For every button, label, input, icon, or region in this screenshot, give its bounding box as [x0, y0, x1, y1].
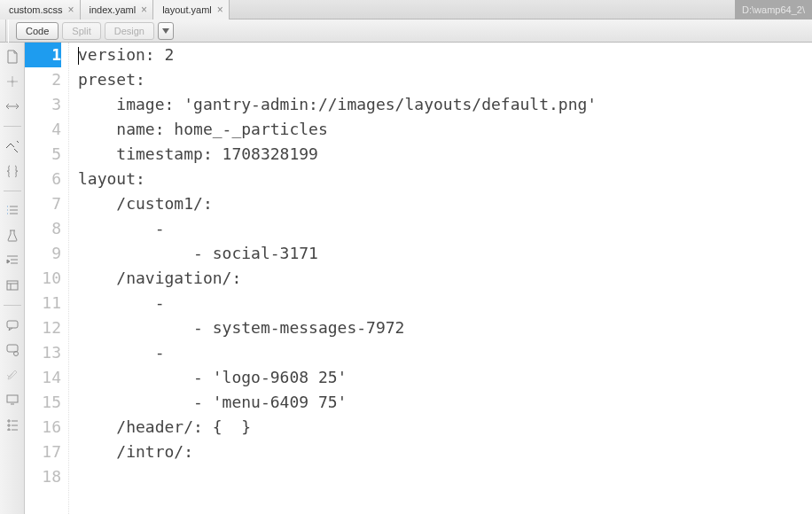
- list-icon[interactable]: [5, 204, 20, 218]
- line-number: 10: [25, 266, 61, 291]
- rail-separator: [4, 305, 21, 306]
- code-line[interactable]: /navigation/:: [78, 266, 812, 291]
- code-line[interactable]: /intro/:: [78, 440, 812, 464]
- svg-rect-1: [7, 281, 18, 290]
- code-editor[interactable]: 123456789101112131415161718 version: 2pr…: [25, 43, 812, 514]
- code-line[interactable]: - 'logo-9608 25': [78, 365, 812, 390]
- close-icon[interactable]: ×: [217, 4, 223, 15]
- text-cursor: [78, 47, 79, 65]
- tab-bar: custom.scss × index.yaml × layout.yaml ×…: [0, 0, 812, 19]
- close-icon[interactable]: ×: [68, 4, 74, 15]
- line-number: 1: [25, 43, 61, 67]
- code-line[interactable]: preset:: [78, 67, 812, 92]
- view-toolbar: Code Split Design: [0, 19, 812, 43]
- svg-rect-3: [7, 345, 18, 352]
- left-icon-rail: [0, 43, 25, 514]
- flask-icon[interactable]: [5, 229, 20, 243]
- line-number: 13: [25, 340, 61, 365]
- screen-icon[interactable]: [5, 393, 20, 407]
- tab-label: custom.scss: [9, 4, 63, 15]
- code-line[interactable]: -: [78, 291, 812, 315]
- svg-rect-2: [7, 321, 18, 328]
- line-gutter: 123456789101112131415161718: [25, 43, 69, 514]
- code-line[interactable]: timestamp: 1708328199: [78, 142, 812, 167]
- split-view-button[interactable]: Split: [62, 22, 100, 40]
- tab-custom-scss[interactable]: custom.scss ×: [0, 0, 81, 19]
- tree-icon[interactable]: [5, 417, 20, 432]
- code-line[interactable]: version: 2: [78, 43, 812, 67]
- comment-icon[interactable]: [5, 318, 20, 332]
- line-number: 18: [25, 464, 61, 489]
- design-view-button[interactable]: Design: [105, 22, 154, 40]
- svg-rect-5: [7, 395, 18, 402]
- line-number: 4: [25, 117, 61, 142]
- work-area: 123456789101112131415161718 version: 2pr…: [0, 43, 812, 514]
- code-content[interactable]: version: 2preset: image: 'gantry-admin:/…: [69, 43, 812, 514]
- expand-width-icon[interactable]: [5, 99, 20, 113]
- bookmark-icon[interactable]: [5, 343, 20, 357]
- navigate-icon[interactable]: [5, 139, 20, 153]
- tab-label: layout.yaml: [162, 4, 212, 15]
- code-line[interactable]: [78, 464, 812, 489]
- tab-index-yaml[interactable]: index.yaml ×: [81, 0, 154, 19]
- file-path: D:\wamp64_2\: [735, 0, 812, 19]
- line-number: 7: [25, 191, 61, 216]
- line-number: 16: [25, 415, 61, 440]
- tab-layout-yaml[interactable]: layout.yaml ×: [153, 0, 230, 19]
- toolbar-separator: [5, 19, 9, 43]
- line-number: 6: [25, 167, 61, 191]
- code-line[interactable]: - social-3171: [78, 241, 812, 266]
- indent-icon[interactable]: [5, 253, 20, 268]
- close-icon[interactable]: ×: [141, 4, 147, 15]
- view-dropdown-button[interactable]: [158, 22, 174, 40]
- line-number: 15: [25, 390, 61, 415]
- code-view-button[interactable]: Code: [16, 22, 59, 40]
- line-number: 12: [25, 315, 61, 340]
- line-number: 11: [25, 291, 61, 315]
- code-line[interactable]: -: [78, 216, 812, 241]
- line-number: 3: [25, 92, 61, 117]
- code-line[interactable]: -: [78, 340, 812, 365]
- line-number: 5: [25, 142, 61, 167]
- code-line[interactable]: /custom1/:: [78, 191, 812, 216]
- tab-label: index.yaml: [90, 4, 137, 15]
- braces-icon[interactable]: [5, 164, 20, 178]
- line-number: 8: [25, 216, 61, 241]
- code-line[interactable]: layout:: [78, 167, 812, 191]
- collapse-icon[interactable]: [5, 74, 20, 89]
- rail-separator: [4, 191, 21, 191]
- code-line[interactable]: image: 'gantry-admin://images/layouts/de…: [78, 92, 812, 117]
- line-number: 9: [25, 241, 61, 266]
- pencil-check-icon[interactable]: [5, 368, 20, 382]
- document-icon[interactable]: [5, 50, 20, 64]
- chevron-down-icon: [162, 28, 169, 34]
- svg-point-0: [11, 81, 13, 83]
- code-line[interactable]: /header/: { }: [78, 415, 812, 440]
- code-line[interactable]: - 'menu-6409 75': [78, 390, 812, 415]
- rail-separator: [4, 126, 21, 127]
- code-line[interactable]: name: home_-_particles: [78, 117, 812, 142]
- line-number: 2: [25, 67, 61, 92]
- line-number: 14: [25, 365, 61, 390]
- line-number: 17: [25, 440, 61, 464]
- code-line[interactable]: - system-messages-7972: [78, 315, 812, 340]
- layout-icon[interactable]: [5, 278, 20, 292]
